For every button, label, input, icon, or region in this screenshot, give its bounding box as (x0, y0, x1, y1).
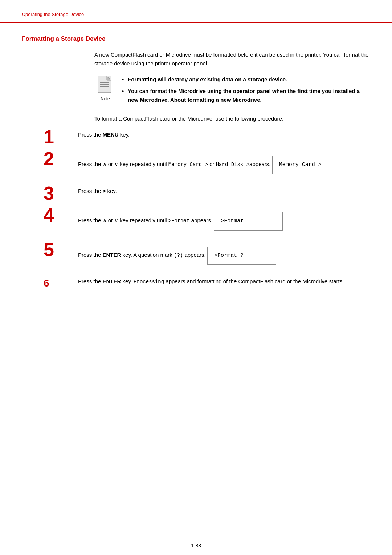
step-1-number: 1 (44, 127, 78, 146)
note-block: Note Formatting will destroy any existin… (94, 75, 370, 107)
step-2: 2 Press the ∧ or ∨ key repeatedly until … (44, 151, 370, 181)
step-2-body: Press the ∧ or ∨ key repeatedly until Me… (78, 151, 370, 181)
note-icon-area: Note (94, 75, 116, 101)
step-2-number: 2 (44, 149, 78, 168)
footer-page-number: 1-88 (191, 543, 201, 548)
note-icon (96, 75, 115, 96)
step-5: 5 Press the ENTER key. A question mark (… (44, 242, 370, 272)
top-rule (0, 22, 392, 23)
steps-container: 1 Press the MENU key. 2 Press the ∧ or ∨… (44, 130, 370, 289)
step-3-body: Press the > key. (78, 186, 370, 196)
footer-rule (0, 540, 392, 540)
step-6-number: 6 (44, 277, 78, 289)
note-bullet-2: You can format the Microdrive using the … (122, 87, 370, 104)
step-6: 6 Press the ENTER key. Processing appear… (44, 276, 370, 289)
step-3-number: 3 (44, 184, 78, 203)
step-4: 4 Press the ∧ or ∨ key repeatedly until … (44, 208, 370, 237)
step-4-number: 4 (44, 206, 78, 224)
step-4-display-text: >Format (221, 218, 244, 224)
step-5-number: 5 (44, 240, 78, 259)
step-5-body: Press the ENTER key. A question mark (?)… (78, 242, 370, 272)
step-1: 1 Press the MENU key. (44, 130, 370, 146)
step-2-display: Memory Card > (272, 156, 341, 174)
step-6-body: Press the ENTER key. Processing appears … (78, 276, 370, 286)
step-2-display-text: Memory Card > (279, 162, 322, 168)
note-content: Formatting will destroy any existing dat… (122, 75, 370, 107)
note-label: Note (101, 96, 110, 101)
step-1-body: Press the MENU key. (78, 130, 370, 139)
step-4-body: Press the ∧ or ∨ key repeatedly until >F… (78, 208, 370, 237)
step-5-display: >Format ? (207, 247, 276, 265)
section-title: Formatting a Storage Device (22, 35, 370, 42)
intro-text: A new CompactFlash card or Microdrive mu… (94, 50, 370, 68)
note-bullet-1: Formatting will destroy any existing dat… (122, 75, 370, 84)
breadcrumb: Operating the Storage Device (22, 12, 370, 17)
step-4-display: >Format (214, 212, 283, 231)
procedure-intro: To format a CompactFlash card or the Mic… (94, 114, 370, 123)
step-3: 3 Press the > key. (44, 186, 370, 203)
step-5-display-text: >Format ? (214, 252, 244, 259)
